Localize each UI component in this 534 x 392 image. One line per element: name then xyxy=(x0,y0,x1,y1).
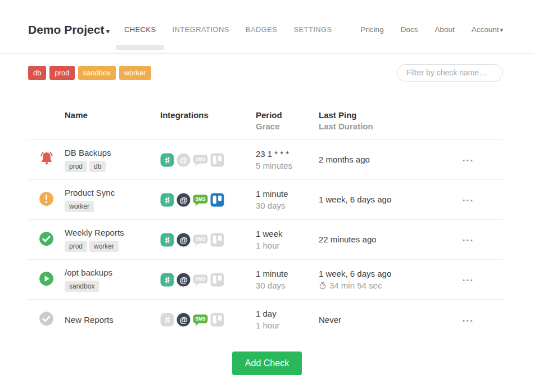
status-grace-icon xyxy=(39,191,54,209)
check-name[interactable]: /opt backups xyxy=(65,268,160,277)
svg-text:@: @ xyxy=(179,155,187,164)
last-duration-text: 34 min 54 sec xyxy=(329,280,382,291)
check-name[interactable]: Weekly Reports xyxy=(65,228,160,237)
svg-text:SMS: SMS xyxy=(196,236,206,242)
last-ping-value: 2 months ago xyxy=(319,154,463,165)
period-cell: 1 minute30 days xyxy=(256,268,319,291)
last-ping-cell: 2 months ago xyxy=(319,154,463,165)
name-cell: Product Syncworker xyxy=(65,188,160,212)
slack-icon: # xyxy=(160,273,174,287)
last-ping-cell: 1 week, 6 days ago xyxy=(319,194,463,205)
app-header: Demo Project▾ CHECKSINTEGRATIONSBADGESSE… xyxy=(0,0,534,54)
grace-value: 1 hour xyxy=(256,240,319,251)
table-row[interactable]: Product Syncworker # @ SMS 1 minute30 da… xyxy=(28,180,503,220)
tags-filter-bar: dbprodsandboxworker xyxy=(28,64,503,82)
chevron-down-icon: ▾ xyxy=(106,27,110,35)
filter-tag-db[interactable]: db xyxy=(28,66,46,80)
account-menu[interactable]: Account▾ xyxy=(472,25,503,34)
column-header-last-ping: Last Ping xyxy=(319,110,463,121)
sms-icon: SMS xyxy=(193,153,208,167)
check-tags: worker xyxy=(65,201,160,212)
check-name[interactable]: New Reports xyxy=(65,315,160,325)
sms-icon: SMS xyxy=(193,273,208,287)
row-menu-cell: ••• xyxy=(463,155,503,165)
tab-settings[interactable]: SETTINGS xyxy=(293,15,332,44)
period-cell: 23 1 * * *5 minutes xyxy=(256,148,319,172)
period-cell: 1 week1 hour xyxy=(256,228,319,251)
add-check-button[interactable]: Add Check xyxy=(232,352,302,375)
trello-icon xyxy=(210,233,224,247)
filter-tag-worker[interactable]: worker xyxy=(119,66,151,80)
row-menu-cell: ••• xyxy=(463,195,503,205)
last-ping-cell: 22 minutes ago xyxy=(319,234,463,245)
status-cell xyxy=(28,311,65,328)
row-menu-button[interactable]: ••• xyxy=(463,277,474,283)
email-icon: @ xyxy=(177,273,191,287)
check-name-filter-input[interactable] xyxy=(397,64,503,82)
trello-icon xyxy=(210,273,224,287)
check-tag: sandbox xyxy=(65,281,99,292)
row-menu-button[interactable]: ••• xyxy=(463,157,474,164)
last-ping-value: 22 minutes ago xyxy=(319,234,463,245)
checks-table-body: DB Backupsproddb # @ SMS 23 1 * * *5 min… xyxy=(28,140,503,340)
check-tags: proddb xyxy=(65,161,160,172)
last-ping-value: 1 week, 6 days ago xyxy=(319,268,463,280)
sms-icon: SMS xyxy=(193,233,208,247)
email-icon: @ xyxy=(177,193,191,207)
status-cell xyxy=(28,231,65,249)
filter-tag-sandbox[interactable]: sandbox xyxy=(78,66,116,80)
stopwatch-icon xyxy=(319,282,327,290)
column-header-last-duration: Last Duration xyxy=(319,121,463,132)
link-pricing[interactable]: Pricing xyxy=(360,25,383,34)
project-switcher[interactable]: Demo Project▾ xyxy=(28,23,110,37)
row-menu-button[interactable]: ••• xyxy=(463,237,474,244)
column-header-grace: Grace xyxy=(256,121,319,132)
tab-checks[interactable]: CHECKS xyxy=(124,15,156,44)
check-tag: prod xyxy=(65,241,87,252)
email-icon: @ xyxy=(177,153,191,167)
period-value: 23 1 * * * xyxy=(256,148,319,160)
row-menu-button[interactable]: ••• xyxy=(463,317,474,324)
slack-icon: # xyxy=(160,233,174,247)
project-name: Demo Project xyxy=(28,23,104,36)
last-ping-cell: 1 week, 6 days ago 34 min 54 sec xyxy=(319,268,463,291)
check-name[interactable]: Product Sync xyxy=(65,188,160,197)
name-cell: DB Backupsproddb xyxy=(65,148,160,172)
table-row[interactable]: DB Backupsproddb # @ SMS 23 1 * * *5 min… xyxy=(28,140,503,180)
check-tag: worker xyxy=(89,241,119,252)
sms-icon: SMS xyxy=(193,193,208,207)
link-about[interactable]: About xyxy=(435,25,454,34)
trello-icon xyxy=(210,193,224,207)
tab-badges[interactable]: BADGES xyxy=(246,15,278,44)
last-duration-value: 34 min 54 sec xyxy=(319,280,463,291)
row-menu-cell: ••• xyxy=(463,274,503,285)
table-row[interactable]: Weekly Reportsprodworker # @ SMS 1 week1… xyxy=(28,220,503,260)
table-row[interactable]: /opt backupssandbox # @ SMS 1 minute30 d… xyxy=(28,260,503,300)
check-name[interactable]: DB Backups xyxy=(65,148,160,157)
row-menu-button[interactable]: ••• xyxy=(463,197,474,204)
tab-integrations[interactable]: INTEGRATIONS xyxy=(172,15,229,44)
check-tags: prodworker xyxy=(65,241,160,252)
svg-text:SMS: SMS xyxy=(196,276,206,282)
table-row[interactable]: New Reports # @ SMS 1 day1 hourNever••• xyxy=(28,300,503,340)
row-menu-cell: ••• xyxy=(463,235,503,245)
primary-nav: CHECKSINTEGRATIONSBADGESSETTINGS xyxy=(124,15,332,44)
slack-icon: # xyxy=(160,313,174,327)
name-cell: New Reports xyxy=(65,315,160,325)
account-label: Account xyxy=(472,25,499,34)
period-value: 1 week xyxy=(256,228,319,240)
period-value: 1 minute xyxy=(256,188,319,200)
name-cell: Weekly Reportsprodworker xyxy=(65,228,160,252)
status-up-icon xyxy=(39,231,54,249)
grace-value: 1 hour xyxy=(256,320,319,331)
period-value: 1 day xyxy=(256,308,319,319)
filter-tag-prod[interactable]: prod xyxy=(49,66,74,80)
check-tags: sandbox xyxy=(65,281,160,292)
check-tag: prod xyxy=(65,161,87,172)
email-icon: @ xyxy=(177,313,191,327)
status-new-icon xyxy=(39,311,54,328)
grace-value: 30 days xyxy=(256,200,319,211)
link-docs[interactable]: Docs xyxy=(401,25,418,34)
slack-icon: # xyxy=(160,153,174,167)
period-value: 1 minute xyxy=(256,268,319,280)
